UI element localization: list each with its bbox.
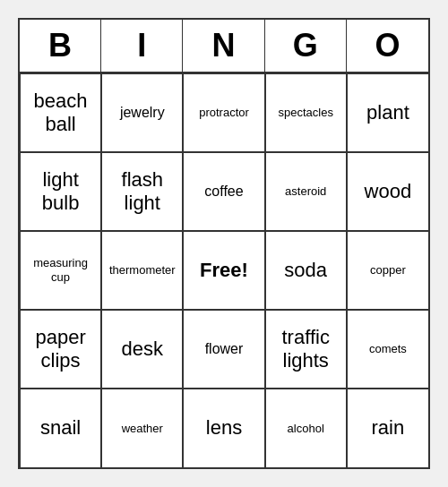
cell-text: paper clips [26, 326, 95, 373]
bingo-cell-r1-c3: asteroid [265, 152, 347, 231]
bingo-cell-r3-c4: comets [347, 310, 428, 389]
bingo-cell-r4-c3: alcohol [265, 389, 347, 467]
bingo-cell-r3-c0: paper clips [20, 310, 101, 389]
cell-text: measuring cup [26, 256, 95, 284]
cell-text: protractor [199, 106, 249, 120]
bingo-card: BINGO beach balljewelryprotractorspectac… [18, 18, 430, 469]
bingo-header: BINGO [20, 20, 428, 73]
bingo-cell-r1-c4: wood [347, 152, 428, 231]
bingo-cell-r3-c3: traffic lights [265, 310, 347, 389]
bingo-cell-r4-c1: weather [101, 389, 183, 467]
cell-text: plant [366, 101, 409, 124]
cell-text: coffee [204, 183, 243, 200]
bingo-cell-r0-c4: plant [347, 73, 428, 152]
bingo-cell-r4-c4: rain [347, 389, 428, 467]
cell-text: snail [40, 416, 81, 440]
header-letter: G [265, 20, 347, 72]
bingo-cell-r4-c0: snail [20, 389, 101, 467]
cell-text: traffic lights [271, 326, 340, 373]
cell-text: Free! [200, 259, 248, 282]
cell-text: beach ball [26, 90, 95, 137]
bingo-cell-r1-c2: coffee [183, 152, 264, 231]
header-letter: O [347, 20, 428, 72]
bingo-cell-r1-c1: flash light [101, 152, 183, 231]
bingo-cell-r3-c2: flower [183, 310, 264, 389]
bingo-cell-r0-c3: spectacles [265, 73, 347, 152]
cell-text: desk [122, 337, 163, 361]
cell-text: flower [205, 340, 244, 357]
cell-text: copper [370, 263, 406, 278]
header-letter: B [20, 20, 101, 72]
cell-text: light bulb [26, 168, 95, 216]
cell-text: thermometer [109, 263, 176, 278]
bingo-cell-r0-c1: jewelry [101, 73, 183, 152]
bingo-cell-r4-c2: lens [183, 389, 264, 467]
cell-text: lens [206, 416, 242, 440]
bingo-cell-r3-c1: desk [101, 310, 183, 389]
bingo-cell-r1-c0: light bulb [20, 152, 101, 231]
bingo-cell-r0-c0: beach ball [20, 73, 101, 152]
cell-text: weather [122, 422, 163, 436]
header-letter: N [183, 20, 264, 72]
cell-text: comets [369, 342, 407, 356]
cell-text: alcohol [288, 422, 324, 436]
cell-text: flash light [108, 168, 177, 216]
bingo-cell-r2-c3: soda [265, 231, 347, 310]
cell-text: asteroid [285, 184, 326, 199]
bingo-grid: beach balljewelryprotractorspectaclespla… [20, 73, 428, 467]
cell-text: wood [365, 180, 412, 203]
bingo-cell-r2-c1: thermometer [101, 231, 183, 310]
bingo-cell-r2-c2: Free! [183, 231, 264, 310]
bingo-cell-r2-c4: copper [347, 231, 428, 310]
bingo-cell-r0-c2: protractor [183, 73, 264, 152]
cell-text: jewelry [120, 104, 165, 121]
header-letter: I [101, 20, 183, 72]
cell-text: soda [284, 259, 327, 282]
bingo-cell-r2-c0: measuring cup [20, 231, 101, 310]
cell-text: spectacles [278, 106, 332, 120]
cell-text: rain [372, 416, 405, 440]
